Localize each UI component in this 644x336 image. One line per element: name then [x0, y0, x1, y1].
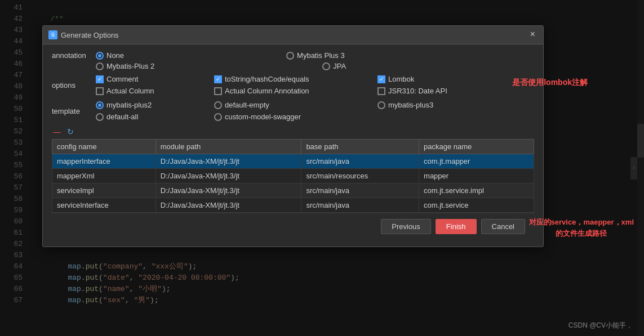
annotation-row: annotation None Mybatis Plus 3 [52, 51, 534, 60]
radio-jpa[interactable]: JPA [322, 62, 346, 70]
th-module-path: module path [156, 140, 301, 154]
radio-mybatis-plus3[interactable]: Mybatis Plus 3 [286, 51, 345, 60]
check-jsr310-label: JSR310: Date API [388, 87, 447, 95]
radio-mybatis-plus2-tmpl-label: mybatis-plus2 [106, 101, 152, 109]
cell-base-path: src/main/java [301, 154, 419, 169]
radio-default-empty-tmpl-btn[interactable] [214, 101, 222, 109]
remove-row-button[interactable]: — [52, 127, 62, 137]
finish-button[interactable]: Finish [436, 219, 477, 234]
check-actual-col-ann[interactable]: Actual Column Annotation [214, 87, 361, 95]
cancel-button[interactable]: Cancel [481, 219, 525, 234]
template-label: template [52, 107, 91, 115]
radio-default-all-tmpl[interactable]: default-all [96, 113, 197, 121]
options-row: options Comment toString/hashCode/equals… [52, 75, 534, 95]
check-jsr310-btn[interactable] [377, 87, 385, 95]
radio-custom-model-tmpl-label: custom-model-swagger [225, 113, 301, 121]
check-actual-col-ann-btn[interactable] [214, 87, 222, 95]
radio-default-empty-tmpl-label: default-empty [225, 101, 269, 109]
cell-module-path: D:/Java/Java-XM/jt/jt.3/jt [156, 198, 301, 213]
th-base-path: base path [301, 140, 419, 154]
radio-mybatis-plus2-label: Mybatis-Plus 2 [106, 62, 154, 70]
check-comment[interactable]: Comment [96, 75, 197, 83]
cell-config-name: serviceInterface [52, 198, 156, 213]
cell-config-name: mapperXml [52, 169, 156, 183]
cell-module-path: D:/Java/Java-XM/jt/jt.3/jt [156, 183, 301, 198]
cell-config-name: mapperInterface [52, 154, 156, 169]
check-actual-col[interactable]: Actual Column [96, 87, 197, 95]
refresh-row-button[interactable]: ↻ [65, 127, 75, 137]
radio-default-empty-tmpl[interactable]: default-empty [214, 101, 361, 109]
radio-mybatis-plus3-btn[interactable] [286, 52, 294, 60]
cell-package-name: com.jt.service.impl [419, 183, 534, 198]
check-actual-col-label: Actual Column [106, 87, 154, 95]
check-comment-btn[interactable] [96, 75, 104, 83]
cell-base-path: src/main/java [301, 183, 419, 198]
annotation-label: annotation [52, 51, 91, 60]
radio-mybatis-plus2-tmpl[interactable]: mybatis-plus2 [96, 101, 197, 109]
check-actual-col-btn[interactable] [96, 87, 104, 95]
radio-mybatis-plus3-tmpl[interactable]: mybatis-plus3 [377, 101, 479, 109]
cell-package-name: mapper [419, 169, 534, 183]
table-header-row: config name module path base path packag… [52, 140, 534, 154]
cell-module-path: D:/Java/Java-XM/jt/jt.3/jt [156, 154, 301, 169]
options-grid: Comment toString/hashCode/equals Lombok … [96, 75, 534, 95]
generate-options-dialog: G Generate Options × annotation None Myb… [42, 25, 544, 247]
radio-default-all-tmpl-btn[interactable] [96, 113, 104, 121]
cell-base-path: src/main/resources [301, 169, 419, 183]
check-comment-label: Comment [106, 75, 138, 83]
check-actual-col-ann-label: Actual Column Annotation [225, 87, 309, 95]
check-jsr310[interactable]: JSR310: Date API [377, 87, 479, 95]
dialog-title-left: G Generate Options [48, 30, 119, 39]
th-config-name: config name [52, 140, 156, 154]
check-lombok-label: Lombok [388, 75, 414, 83]
cell-package-name: com.jt.service [419, 198, 534, 213]
dialog-body: annotation None Mybatis Plus 3 Mybatis-P… [43, 44, 543, 247]
options-label: options [52, 81, 91, 89]
template-row: template mybatis-plus2 default-empty myb… [52, 101, 534, 121]
table-row[interactable]: serviceInterface D:/Java/Java-XM/jt/jt.3… [52, 198, 534, 213]
radio-custom-model-tmpl-btn[interactable] [214, 113, 222, 121]
radio-mybatis-plus2[interactable]: Mybatis-Plus 2 [96, 62, 154, 70]
dialog-footer: Previous Finish Cancel [52, 213, 534, 240]
table-row[interactable]: serviceImpl D:/Java/Java-XM/jt/jt.3/jt s… [52, 183, 534, 198]
config-table: config name module path base path packag… [52, 139, 534, 213]
th-package-name: package name [419, 140, 534, 154]
radio-default-all-tmpl-label: default-all [106, 113, 138, 121]
radio-jpa-label: JPA [333, 62, 346, 70]
radio-none[interactable]: None [96, 51, 124, 60]
radio-mybatis-plus3-label: Mybatis Plus 3 [297, 51, 345, 60]
config-table-section: — ↻ config name module path base path pa… [52, 127, 534, 213]
radio-none-label: None [106, 51, 124, 60]
dialog-close-button[interactable]: × [527, 29, 538, 41]
cell-module-path: D:/Java/Java-XM/jt/jt.3/jt [156, 169, 301, 183]
table-row[interactable]: mapperXml D:/Java/Java-XM/jt/jt.3/jt src… [52, 169, 534, 183]
radio-none-btn[interactable] [96, 52, 104, 60]
check-tostring[interactable]: toString/hashCode/equals [214, 75, 361, 83]
check-tostring-btn[interactable] [214, 75, 222, 83]
template-grid: mybatis-plus2 default-empty mybatis-plus… [96, 101, 534, 121]
config-table-body: mapperInterface D:/Java/Java-XM/jt/jt.3/… [52, 154, 534, 213]
check-lombok[interactable]: Lombok [377, 75, 479, 83]
table-controls: — ↻ [52, 127, 534, 137]
cell-base-path: src/main/java [301, 198, 419, 213]
radio-mybatis-plus3-tmpl-label: mybatis-plus3 [388, 101, 433, 109]
dialog-titlebar: G Generate Options × [43, 26, 543, 44]
radio-mybatis-plus2-btn[interactable] [96, 62, 104, 70]
radio-mybatis-plus3-tmpl-btn[interactable] [377, 101, 385, 109]
radio-custom-model-tmpl[interactable]: custom-model-swagger [214, 113, 361, 121]
radio-mybatis-plus2-tmpl-btn[interactable] [96, 101, 104, 109]
annotation-row2: Mybatis-Plus 2 JPA [52, 62, 534, 70]
csdn-watermark: CSDN @CV小能手， [569, 321, 633, 330]
cell-package-name: com.jt.mapper [419, 154, 534, 169]
dialog-title-text: Generate Options [61, 31, 119, 39]
check-tostring-label: toString/hashCode/equals [225, 75, 309, 83]
cell-config-name: serviceImpl [52, 183, 156, 198]
dialog-icon: G [48, 30, 57, 39]
check-lombok-btn[interactable] [377, 75, 385, 83]
table-row[interactable]: mapperInterface D:/Java/Java-XM/jt/jt.3/… [52, 154, 534, 169]
previous-button[interactable]: Previous [381, 219, 431, 234]
radio-jpa-btn[interactable] [322, 62, 330, 70]
